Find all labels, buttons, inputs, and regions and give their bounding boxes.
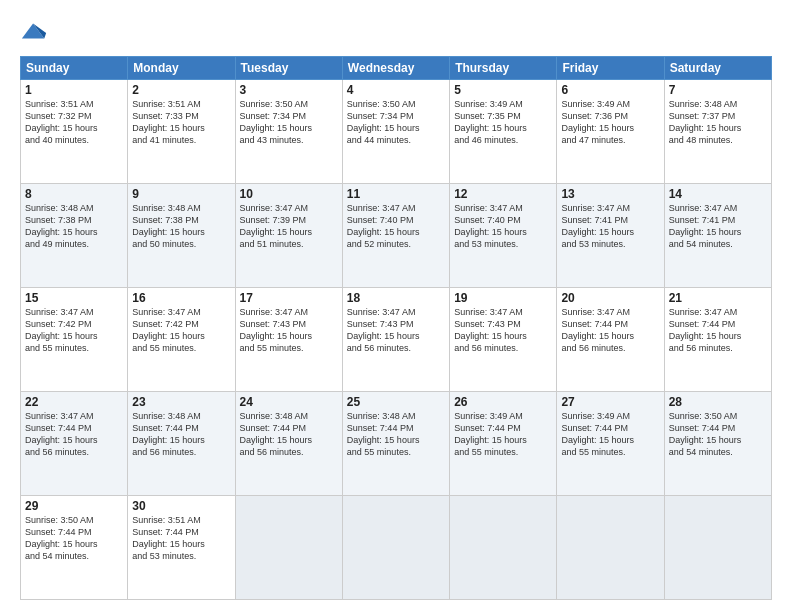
day-number: 9: [132, 187, 230, 201]
day-info: Sunrise: 3:47 AM Sunset: 7:44 PM Dayligh…: [25, 410, 123, 459]
day-number: 29: [25, 499, 123, 513]
day-number: 12: [454, 187, 552, 201]
day-info: Sunrise: 3:49 AM Sunset: 7:44 PM Dayligh…: [454, 410, 552, 459]
day-info: Sunrise: 3:48 AM Sunset: 7:44 PM Dayligh…: [132, 410, 230, 459]
calendar-week-row: 8Sunrise: 3:48 AM Sunset: 7:38 PM Daylig…: [21, 184, 772, 288]
day-info: Sunrise: 3:47 AM Sunset: 7:40 PM Dayligh…: [454, 202, 552, 251]
day-info: Sunrise: 3:47 AM Sunset: 7:43 PM Dayligh…: [240, 306, 338, 355]
day-number: 2: [132, 83, 230, 97]
calendar-cell: 26Sunrise: 3:49 AM Sunset: 7:44 PM Dayli…: [450, 392, 557, 496]
weekday-header: Tuesday: [235, 57, 342, 80]
day-info: Sunrise: 3:51 AM Sunset: 7:32 PM Dayligh…: [25, 98, 123, 147]
day-number: 15: [25, 291, 123, 305]
calendar-cell: [450, 496, 557, 600]
calendar-cell: 17Sunrise: 3:47 AM Sunset: 7:43 PM Dayli…: [235, 288, 342, 392]
day-info: Sunrise: 3:47 AM Sunset: 7:44 PM Dayligh…: [669, 306, 767, 355]
day-info: Sunrise: 3:47 AM Sunset: 7:39 PM Dayligh…: [240, 202, 338, 251]
calendar-cell: 6Sunrise: 3:49 AM Sunset: 7:36 PM Daylig…: [557, 80, 664, 184]
day-number: 8: [25, 187, 123, 201]
logo-icon: [20, 18, 48, 46]
day-info: Sunrise: 3:49 AM Sunset: 7:36 PM Dayligh…: [561, 98, 659, 147]
weekday-header: Saturday: [664, 57, 771, 80]
calendar-cell: 10Sunrise: 3:47 AM Sunset: 7:39 PM Dayli…: [235, 184, 342, 288]
day-info: Sunrise: 3:51 AM Sunset: 7:33 PM Dayligh…: [132, 98, 230, 147]
logo: [20, 18, 52, 46]
calendar-cell: 2Sunrise: 3:51 AM Sunset: 7:33 PM Daylig…: [128, 80, 235, 184]
day-info: Sunrise: 3:47 AM Sunset: 7:44 PM Dayligh…: [561, 306, 659, 355]
day-number: 25: [347, 395, 445, 409]
calendar-cell: 29Sunrise: 3:50 AM Sunset: 7:44 PM Dayli…: [21, 496, 128, 600]
day-info: Sunrise: 3:48 AM Sunset: 7:38 PM Dayligh…: [25, 202, 123, 251]
calendar-cell: 4Sunrise: 3:50 AM Sunset: 7:34 PM Daylig…: [342, 80, 449, 184]
day-info: Sunrise: 3:51 AM Sunset: 7:44 PM Dayligh…: [132, 514, 230, 563]
calendar-cell: 24Sunrise: 3:48 AM Sunset: 7:44 PM Dayli…: [235, 392, 342, 496]
day-info: Sunrise: 3:47 AM Sunset: 7:43 PM Dayligh…: [454, 306, 552, 355]
calendar-week-row: 15Sunrise: 3:47 AM Sunset: 7:42 PM Dayli…: [21, 288, 772, 392]
day-number: 18: [347, 291, 445, 305]
page: SundayMondayTuesdayWednesdayThursdayFrid…: [0, 0, 792, 612]
calendar-cell: 20Sunrise: 3:47 AM Sunset: 7:44 PM Dayli…: [557, 288, 664, 392]
day-info: Sunrise: 3:47 AM Sunset: 7:42 PM Dayligh…: [132, 306, 230, 355]
weekday-header: Wednesday: [342, 57, 449, 80]
day-number: 1: [25, 83, 123, 97]
day-info: Sunrise: 3:50 AM Sunset: 7:44 PM Dayligh…: [25, 514, 123, 563]
day-number: 3: [240, 83, 338, 97]
weekday-header: Sunday: [21, 57, 128, 80]
day-number: 24: [240, 395, 338, 409]
weekday-header: Monday: [128, 57, 235, 80]
day-number: 23: [132, 395, 230, 409]
day-number: 30: [132, 499, 230, 513]
day-number: 21: [669, 291, 767, 305]
calendar-cell: 12Sunrise: 3:47 AM Sunset: 7:40 PM Dayli…: [450, 184, 557, 288]
day-number: 7: [669, 83, 767, 97]
calendar-cell: [557, 496, 664, 600]
day-info: Sunrise: 3:50 AM Sunset: 7:34 PM Dayligh…: [240, 98, 338, 147]
day-number: 11: [347, 187, 445, 201]
calendar-cell: 27Sunrise: 3:49 AM Sunset: 7:44 PM Dayli…: [557, 392, 664, 496]
day-number: 17: [240, 291, 338, 305]
calendar-cell: 14Sunrise: 3:47 AM Sunset: 7:41 PM Dayli…: [664, 184, 771, 288]
calendar-cell: 30Sunrise: 3:51 AM Sunset: 7:44 PM Dayli…: [128, 496, 235, 600]
weekday-header: Thursday: [450, 57, 557, 80]
calendar-cell: 28Sunrise: 3:50 AM Sunset: 7:44 PM Dayli…: [664, 392, 771, 496]
calendar-cell: [664, 496, 771, 600]
calendar-cell: 1Sunrise: 3:51 AM Sunset: 7:32 PM Daylig…: [21, 80, 128, 184]
calendar-header-row: SundayMondayTuesdayWednesdayThursdayFrid…: [21, 57, 772, 80]
calendar-week-row: 29Sunrise: 3:50 AM Sunset: 7:44 PM Dayli…: [21, 496, 772, 600]
calendar-cell: 3Sunrise: 3:50 AM Sunset: 7:34 PM Daylig…: [235, 80, 342, 184]
calendar-cell: 22Sunrise: 3:47 AM Sunset: 7:44 PM Dayli…: [21, 392, 128, 496]
day-info: Sunrise: 3:47 AM Sunset: 7:41 PM Dayligh…: [669, 202, 767, 251]
day-info: Sunrise: 3:50 AM Sunset: 7:34 PM Dayligh…: [347, 98, 445, 147]
day-number: 14: [669, 187, 767, 201]
weekday-header: Friday: [557, 57, 664, 80]
day-number: 6: [561, 83, 659, 97]
calendar-cell: 8Sunrise: 3:48 AM Sunset: 7:38 PM Daylig…: [21, 184, 128, 288]
calendar-cell: 5Sunrise: 3:49 AM Sunset: 7:35 PM Daylig…: [450, 80, 557, 184]
day-info: Sunrise: 3:48 AM Sunset: 7:44 PM Dayligh…: [347, 410, 445, 459]
calendar-week-row: 1Sunrise: 3:51 AM Sunset: 7:32 PM Daylig…: [21, 80, 772, 184]
day-number: 22: [25, 395, 123, 409]
calendar-cell: 13Sunrise: 3:47 AM Sunset: 7:41 PM Dayli…: [557, 184, 664, 288]
calendar-cell: [342, 496, 449, 600]
day-number: 28: [669, 395, 767, 409]
day-info: Sunrise: 3:49 AM Sunset: 7:35 PM Dayligh…: [454, 98, 552, 147]
day-info: Sunrise: 3:47 AM Sunset: 7:41 PM Dayligh…: [561, 202, 659, 251]
calendar-cell: [235, 496, 342, 600]
day-number: 20: [561, 291, 659, 305]
day-number: 10: [240, 187, 338, 201]
day-number: 27: [561, 395, 659, 409]
day-info: Sunrise: 3:48 AM Sunset: 7:38 PM Dayligh…: [132, 202, 230, 251]
calendar-cell: 16Sunrise: 3:47 AM Sunset: 7:42 PM Dayli…: [128, 288, 235, 392]
day-info: Sunrise: 3:47 AM Sunset: 7:42 PM Dayligh…: [25, 306, 123, 355]
day-number: 4: [347, 83, 445, 97]
day-info: Sunrise: 3:47 AM Sunset: 7:43 PM Dayligh…: [347, 306, 445, 355]
day-info: Sunrise: 3:49 AM Sunset: 7:44 PM Dayligh…: [561, 410, 659, 459]
calendar-cell: 21Sunrise: 3:47 AM Sunset: 7:44 PM Dayli…: [664, 288, 771, 392]
day-number: 26: [454, 395, 552, 409]
calendar-week-row: 22Sunrise: 3:47 AM Sunset: 7:44 PM Dayli…: [21, 392, 772, 496]
calendar-cell: 9Sunrise: 3:48 AM Sunset: 7:38 PM Daylig…: [128, 184, 235, 288]
day-number: 19: [454, 291, 552, 305]
calendar-cell: 25Sunrise: 3:48 AM Sunset: 7:44 PM Dayli…: [342, 392, 449, 496]
day-info: Sunrise: 3:47 AM Sunset: 7:40 PM Dayligh…: [347, 202, 445, 251]
calendar-cell: 23Sunrise: 3:48 AM Sunset: 7:44 PM Dayli…: [128, 392, 235, 496]
